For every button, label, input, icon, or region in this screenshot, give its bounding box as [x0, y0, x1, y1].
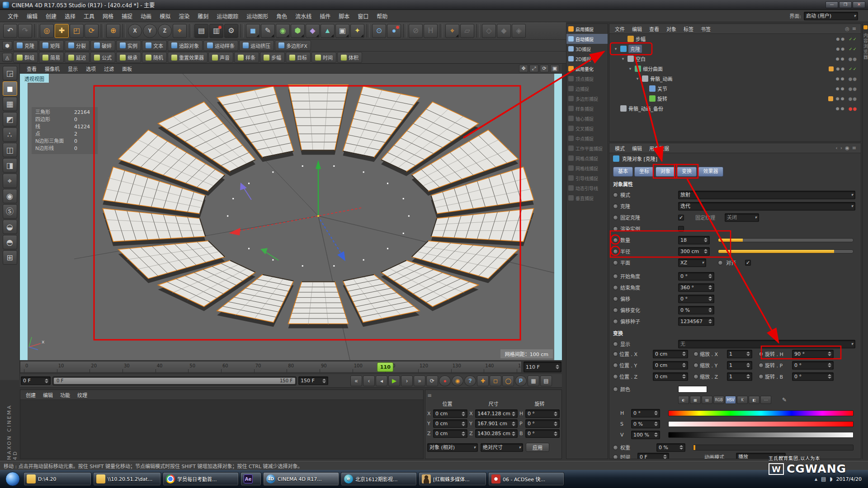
- add-primitive-icon[interactable]: ◼: [246, 24, 260, 38]
- render_instance-checkbox[interactable]: [678, 226, 684, 232]
- scale-field-1[interactable]: 1: [727, 361, 752, 370]
- mograph-tab-1[interactable]: 矩阵: [39, 40, 64, 51]
- weight-field[interactable]: 0 %: [656, 443, 685, 452]
- coords-value-field[interactable]: 0 cm: [433, 429, 467, 438]
- expand-icon[interactable]: ▾: [627, 66, 633, 71]
- key-parameter-button[interactable]: P: [515, 375, 527, 386]
- picker-mode-5[interactable]: K: [737, 396, 748, 404]
- effector-tab-12[interactable]: 体积: [337, 52, 362, 63]
- viewport-solo-icon[interactable]: ◓: [3, 235, 17, 249]
- solo-viewport-icon[interactable]: ⊙: [372, 24, 386, 38]
- om-node-5[interactable]: 关节 ●●●●: [609, 84, 861, 94]
- clones-dropdown[interactable]: 迭代▾: [678, 202, 855, 211]
- count-slider[interactable]: [718, 238, 854, 242]
- om-node-0[interactable]: 步幅 ●●✓✓: [609, 34, 861, 44]
- scale-field-2[interactable]: 1: [727, 372, 752, 381]
- dock-icon[interactable]: [863, 25, 868, 29]
- viewport-menu-5[interactable]: 面板: [118, 64, 136, 73]
- effector-tab-9[interactable]: 步幅: [260, 52, 285, 63]
- snap-item-14[interactable]: 网格线捕捉: [566, 163, 608, 173]
- render-view-icon[interactable]: ▤: [194, 24, 208, 38]
- paint-setup-icon[interactable]: ◒: [3, 220, 17, 234]
- snap-item-16[interactable]: 动态引导线: [566, 183, 608, 193]
- keyframe-circle[interactable]: [759, 363, 764, 368]
- menu-item-17[interactable]: 窗口: [354, 10, 373, 22]
- keyframe-circle[interactable]: [613, 285, 618, 290]
- snap-item-0[interactable]: 启用捕捉: [566, 24, 608, 34]
- keyframe-circle[interactable]: [613, 387, 618, 392]
- effector-tab-7[interactable]: 声音: [208, 52, 233, 63]
- effector-tab-3[interactable]: 公式: [90, 52, 115, 63]
- render-picture-viewer-icon[interactable]: ▥: [209, 24, 223, 38]
- value-gradient-bar[interactable]: [668, 432, 854, 438]
- picker-mode-4[interactable]: HSV: [725, 396, 736, 404]
- hue-gradient-bar[interactable]: [668, 410, 854, 416]
- display-dropdown[interactable]: 无▾: [678, 340, 855, 348]
- toggle-view-icon[interactable]: ▣: [550, 65, 559, 72]
- keyframe-circle[interactable]: [613, 226, 618, 231]
- mograph-tab-7[interactable]: 运动样条: [203, 40, 238, 51]
- menu-item-8[interactable]: 模拟: [156, 10, 175, 22]
- picker-mode-0[interactable]: ◐: [678, 396, 689, 404]
- prev-key-button[interactable]: ‹: [363, 375, 375, 386]
- mograph-tab-5[interactable]: 文本: [142, 40, 167, 51]
- keyframe-circle[interactable]: [613, 296, 618, 301]
- mode-dropdown[interactable]: 放射▾: [678, 191, 855, 199]
- coord-system-icon[interactable]: ⌖: [173, 24, 187, 38]
- sat-field[interactable]: 0 %: [631, 420, 660, 428]
- interactive-render-icon[interactable]: ●: [387, 24, 401, 38]
- record-button[interactable]: ●: [439, 375, 451, 386]
- om-node-6[interactable]: 旋转 ●●●●: [609, 94, 861, 103]
- keyframe-circle[interactable]: [613, 455, 618, 460]
- timeline-playhead[interactable]: 110: [377, 362, 393, 372]
- viewport-menu-0[interactable]: 查看: [23, 64, 41, 73]
- menu-item-11[interactable]: 运动跟踪: [212, 10, 242, 22]
- expand-icon[interactable]: ▾: [635, 76, 640, 81]
- effector-menu-icon[interactable]: ◬: [2, 53, 12, 62]
- snap-item-10[interactable]: 交叉捕捉: [566, 123, 608, 133]
- keyframe-circle[interactable]: [613, 445, 618, 450]
- keyframe-circle[interactable]: [693, 352, 698, 357]
- coords-value-field[interactable]: 0 cm: [433, 409, 467, 418]
- add-environment-icon[interactable]: ▲: [321, 24, 335, 38]
- keyframe-circle[interactable]: [613, 260, 618, 265]
- om-filter-icon[interactable]: ≡: [852, 26, 856, 32]
- picker-mode-2[interactable]: ▤: [702, 396, 712, 404]
- scale-field-0[interactable]: 1: [727, 350, 752, 358]
- keyframe-circle[interactable]: [613, 274, 618, 279]
- material-menu-1[interactable]: 编辑: [39, 390, 57, 399]
- tray-network-icon[interactable]: ▤: [821, 476, 826, 482]
- keyframe-circle[interactable]: [613, 192, 618, 197]
- menu-item-14[interactable]: 流水线: [291, 10, 316, 22]
- material-menu-0[interactable]: 创建: [22, 390, 39, 399]
- offset-field[interactable]: 0 °: [678, 295, 714, 303]
- om-node-3[interactable]: ▾ 细分曲面 ●●✓✓: [609, 64, 861, 74]
- coords-value-field[interactable]: 0 °: [525, 409, 560, 418]
- om-menu-5[interactable]: 书签: [697, 24, 714, 33]
- keyframe-circle[interactable]: [693, 363, 698, 368]
- keyframe-selection-button[interactable]: ▦: [528, 375, 539, 386]
- align-checkbox[interactable]: ✓: [745, 260, 751, 266]
- menu-item-1[interactable]: 编辑: [23, 10, 42, 22]
- snap-item-8[interactable]: 样条捕捉: [566, 103, 608, 113]
- viewport-menu-1[interactable]: 摄像机: [41, 64, 64, 73]
- snap-item-2[interactable]: 3D捕捉: [566, 44, 608, 54]
- visibility-dots[interactable]: ●●: [836, 96, 846, 101]
- color-swatch[interactable]: [678, 386, 707, 393]
- keyframe-circle[interactable]: [613, 319, 618, 324]
- menu-item-0[interactable]: 文件: [4, 10, 23, 22]
- keyframe-circle[interactable]: [613, 363, 618, 368]
- effector-tab-10[interactable]: 目标: [286, 52, 311, 63]
- apply-button[interactable]: 应用: [526, 443, 549, 452]
- expression-tag-icon[interactable]: [829, 66, 834, 71]
- minimize-button[interactable]: —: [826, 1, 838, 8]
- om-search-icon[interactable]: ◎: [845, 26, 849, 32]
- menu-item-15[interactable]: 插件: [316, 10, 335, 22]
- menu-item-7[interactable]: 动画: [137, 10, 156, 22]
- coords-value-field[interactable]: 167.901 cm: [475, 419, 518, 428]
- taskbar-item-4[interactable]: 4D CINEMA 4D R17...: [263, 472, 339, 486]
- val-field[interactable]: 100 %: [631, 431, 660, 439]
- snap-toggle-icon[interactable]: Ⓢ: [3, 204, 17, 219]
- add-deformer-icon[interactable]: ◆: [306, 24, 320, 38]
- close-button[interactable]: ✕: [853, 1, 865, 8]
